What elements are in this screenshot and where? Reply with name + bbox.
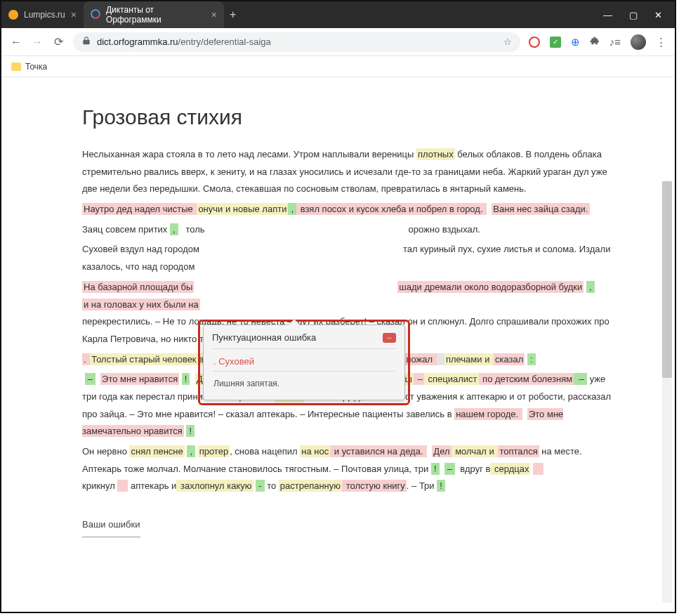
lock-icon [81,36,91,48]
highlight[interactable]: по детским болезням [479,373,574,385]
tab-lumpics[interactable]: Lumpics.ru × [1,1,84,28]
highlight[interactable]: плотных [416,148,455,160]
forward-button[interactable]: → [31,36,44,48]
url-host: dict.orfogrammka.ru [97,37,178,47]
profile-avatar[interactable] [631,34,646,50]
url-input[interactable]: dict.orfogrammka.ru/entry/deferential-sa… [73,32,520,52]
highlight[interactable]: Дел [432,445,451,457]
browser-titlebar: Lumpics.ru × Диктанты от Орфограммки × +… [1,1,675,28]
globe-icon[interactable]: ⊕ [571,36,580,48]
highlight[interactable]: и на головах у них были на [82,299,200,310]
highlight[interactable]: снял пенсне [129,445,184,457]
favicon-lumpics [8,10,18,20]
address-bar: ← → ⟳ dict.orfogrammka.ru/entry/deferent… [1,28,675,56]
back-button[interactable]: ← [10,36,22,48]
highlight[interactable] [437,353,444,365]
highlight[interactable]: Толстый старый человек в [90,353,205,365]
tab-label: Диктанты от Орфограммки [106,5,206,25]
punct-mark[interactable]: ! [182,373,190,385]
punct-mark[interactable]: , [187,445,195,457]
highlight[interactable]: плечами и [444,353,494,365]
paragraph-3: Заяц совсем притих , тольорожно вздыхал. [82,221,616,239]
paragraph-2: Наутро дед надел чистые онучи и новые ла… [82,201,616,218]
highlight[interactable]: шади дремали около водоразборной будки [397,281,584,293]
opera-icon[interactable] [529,37,540,48]
highlight[interactable]: протер [198,445,230,457]
punct-mark[interactable]: – [444,463,455,475]
highlight[interactable]: Ваня нес зайца сзади. [492,203,589,215]
close-window-button[interactable]: ✕ [654,10,662,20]
scrollbar-thumb[interactable] [662,181,672,378]
highlight[interactable]: . [82,353,90,365]
page-title: Грозовая стихия [82,105,616,129]
check-extension-icon[interactable]: ✓ [550,37,561,48]
tooltip-description: Лишняя запятая. [213,372,395,397]
highlight[interactable]: специалист [424,373,479,385]
vertical-scrollbar[interactable] [662,181,672,603]
highlight[interactable]: и уставился на деда. [330,445,427,457]
highlight[interactable] [117,480,128,492]
tooltip-suggestion[interactable]: . Суховей [213,356,395,372]
bookmarks-bar: Точка [1,56,675,77]
punct-mark[interactable]: ! [437,480,445,492]
highlight[interactable]: толстую книгу [342,480,407,492]
window-controls: — ▢ ✕ [603,1,675,28]
favicon-orfogrammka [91,9,100,21]
star-icon[interactable]: ☆ [503,37,512,47]
url-path: /entry/deferential-saiga [178,37,271,47]
highlight[interactable]: нашем городе. [454,408,522,420]
music-icon[interactable]: ♪≡ [609,36,621,48]
paragraph-1: Неслыханная жара стояла в то лето над ле… [82,146,616,198]
highlight[interactable]: онучи и новые лапти [197,203,288,215]
highlight[interactable]: захлопнул какую [176,480,253,492]
punct-mark[interactable]: ! [431,463,440,475]
highlight[interactable]: – [414,373,424,385]
highlight[interactable]: взял посох и кусок хлеба и побрел в горо… [296,203,487,215]
punct-mark[interactable]: – [574,373,587,385]
tab-label: Lumpics.ru [24,10,65,20]
tab-orfogrammka[interactable]: Диктанты от Орфограммки × [84,1,224,28]
tooltip-badge[interactable]: ↔ [383,333,396,343]
highlight[interactable]: растрепанную [279,480,342,492]
extensions-icon[interactable] [590,36,600,48]
minimize-button[interactable]: — [603,10,612,20]
error-tooltip: Пунктуационная ошибка ↔ . Суховей Лишняя… [198,320,410,405]
highlight[interactable]: На базарной площади бы [82,281,194,293]
bookmark-item[interactable]: Точка [25,62,47,72]
highlight[interactable]: сердцах [490,463,530,475]
errors-header: Ваши ошибки [82,516,140,537]
toolbar-icons: ✓ ⊕ ♪≡ ⋮ [529,34,666,50]
highlight[interactable]: топтался [498,445,539,457]
menu-icon[interactable]: ⋮ [656,36,666,48]
punct-mark[interactable]: – [85,373,95,385]
close-icon[interactable]: × [211,9,217,20]
highlight[interactable]: сказал [494,353,525,365]
paragraph-4: Суховей вздул над городомтал куриный пух… [82,241,616,275]
new-tab-button[interactable]: + [224,1,242,28]
errors-section: Ваши ошибки [82,516,616,537]
page-content: Грозовая стихия Неслыханная жара стояла … [1,77,675,612]
punct-mark[interactable]: ! [186,425,195,437]
highlight[interactable]: Это мне нравится [100,373,179,385]
punct-mark[interactable]: : [527,353,536,365]
folder-icon [11,63,21,71]
highlight[interactable] [533,463,543,475]
punct-mark[interactable]: - [256,480,264,492]
close-icon[interactable]: × [71,9,77,20]
reload-button[interactable]: ⟳ [52,35,65,48]
highlight[interactable]: молчал и [451,445,499,457]
highlight[interactable]: Наутро дед надел чистые [82,203,197,215]
punct-mark[interactable]: , [288,203,296,215]
highlight[interactable]: на нос [300,445,330,457]
tooltip-title: Пунктуационная ошибка [212,332,316,343]
maximize-button[interactable]: ▢ [629,10,638,20]
paragraph-8: Он нервно снял пенсне , протер, снова на… [82,443,616,495]
punct-mark[interactable]: , [170,223,178,235]
punct-mark[interactable]: , [586,281,595,293]
